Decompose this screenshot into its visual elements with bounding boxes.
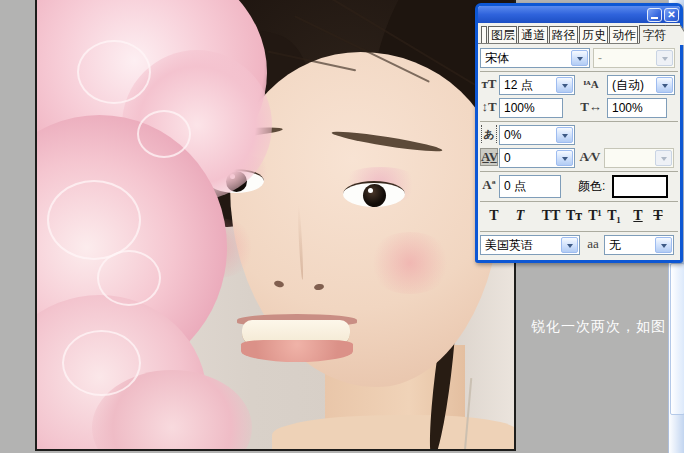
font-style-select[interactable]: -: [593, 48, 675, 68]
chevron-down-icon[interactable]: [655, 237, 672, 253]
faux-italic-button[interactable]: T: [512, 206, 528, 227]
font-size-select[interactable]: 12 点: [499, 75, 575, 95]
faux-bold-button[interactable]: T: [486, 206, 502, 227]
minimize-button[interactable]: [647, 8, 662, 22]
separator: [480, 121, 678, 122]
separator: [480, 231, 678, 232]
color-label: 颜色:: [578, 175, 605, 197]
chevron-down-icon[interactable]: [556, 150, 573, 166]
shoulder-shape: [272, 415, 516, 451]
application-window: 锐化一次两次，如图: [0, 0, 684, 453]
separator: [480, 171, 678, 172]
all-caps-button[interactable]: TT: [540, 206, 562, 227]
petal-outline: [137, 110, 191, 158]
tab-history[interactable]: 历史: [579, 26, 608, 43]
petal-outline: [97, 250, 161, 306]
small-caps-button[interactable]: Tᴛ: [564, 206, 584, 227]
baseline-shift-icon: Aª: [480, 176, 498, 194]
tracking-icon[interactable]: A̲V̲: [480, 148, 498, 166]
language-value: 美国英语: [485, 238, 533, 252]
chevron-down-icon: [655, 150, 672, 166]
blush-shape: [367, 232, 453, 294]
chevron-down-icon[interactable]: [571, 50, 588, 66]
tab-layers[interactable]: 图层: [488, 26, 517, 43]
petal-outline: [62, 330, 141, 396]
tab-character[interactable]: 字符: [639, 25, 679, 44]
canvas-annotation-text: 锐化一次两次，如图: [531, 318, 666, 336]
tracking-value: 0: [504, 151, 511, 165]
font-family-select[interactable]: 宋体: [480, 48, 590, 68]
horizontal-scale-field[interactable]: 100%: [607, 98, 667, 118]
photo-canvas[interactable]: [35, 0, 516, 451]
font-style-value: -: [598, 51, 602, 65]
kerning-icon: A∕V: [579, 148, 601, 166]
chevron-down-icon[interactable]: [656, 77, 673, 93]
eye-shape: [343, 181, 405, 207]
tracking-select[interactable]: 0: [499, 148, 575, 168]
antialias-value: 无: [609, 238, 621, 252]
eye-glint: [368, 188, 373, 193]
panel-titlebar[interactable]: ✕: [478, 6, 680, 23]
font-size-icon: тT: [480, 75, 498, 93]
chevron-down-icon[interactable]: [556, 127, 573, 143]
antialias-select[interactable]: 无: [604, 235, 674, 255]
chevron-down-icon[interactable]: [561, 237, 578, 253]
character-panel: ✕ 图层 通道 路径 历史 动作 字符 ▶ 宋体 - тT: [475, 3, 683, 263]
tsume-select[interactable]: 0%: [499, 125, 575, 145]
tab-paths[interactable]: 路径: [549, 26, 578, 43]
tsume-value: 0%: [504, 128, 521, 142]
chevron-down-icon[interactable]: [556, 77, 573, 93]
petal-outline: [47, 180, 141, 260]
horizontal-scale-icon: T↔: [580, 98, 602, 116]
lower-lip-shape: [241, 340, 353, 362]
superscript-button[interactable]: T¹: [586, 206, 604, 227]
tab-channels[interactable]: 通道: [518, 26, 547, 43]
panel-tab-bar: 图层 通道 路径 历史 动作 字符 ▶: [478, 23, 680, 44]
subscript-button[interactable]: T₁: [605, 206, 623, 227]
close-button[interactable]: ✕: [664, 8, 679, 22]
separator: [480, 201, 678, 202]
antialias-icon: aa: [585, 235, 601, 253]
tab-edge: [481, 26, 487, 43]
kerning-select[interactable]: [604, 148, 674, 168]
leading-value: (自动): [612, 78, 644, 92]
underline-button[interactable]: T: [630, 206, 646, 227]
strikethrough-button[interactable]: T: [650, 206, 666, 227]
font-size-value: 12 点: [504, 78, 533, 92]
leading-icon: ᴵᴬA: [580, 75, 602, 93]
tsume-icon: あ: [481, 125, 497, 143]
language-select[interactable]: 美国英语: [480, 235, 580, 255]
tab-actions[interactable]: 动作: [609, 26, 638, 43]
font-family-value: 宋体: [485, 51, 509, 65]
panel-body: 宋体 - тT 12 点 ᴵᴬA (自动) ↕T 100% T↔: [478, 44, 680, 262]
text-color-swatch[interactable]: [612, 175, 668, 198]
petal-outline: [77, 40, 151, 104]
baseline-shift-field[interactable]: 0 点: [499, 175, 561, 198]
separator: [480, 71, 678, 72]
scrollbar-thumb[interactable]: [670, 263, 684, 415]
vertical-scale-field[interactable]: 100%: [499, 98, 563, 118]
iris-shape: [363, 184, 386, 207]
vertical-scale-icon: ↕T: [480, 98, 498, 116]
chevron-down-icon: [656, 50, 673, 66]
mouth-shape: [237, 312, 359, 364]
leading-select[interactable]: (自动): [607, 75, 675, 95]
